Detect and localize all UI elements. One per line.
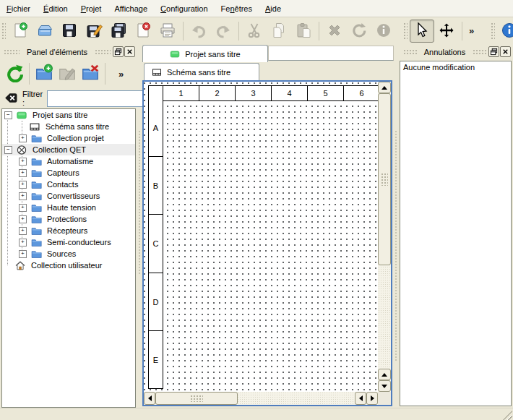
tab-schema[interactable]: Schéma sans titre	[144, 63, 259, 80]
menu-edition[interactable]: Édition	[37, 0, 74, 17]
thumb-grip	[190, 395, 203, 402]
resize-grip[interactable]	[503, 411, 512, 420]
tree-item-collection-projet[interactable]: +Collection projet	[2, 132, 135, 144]
vertical-scrollbar[interactable]	[378, 82, 391, 392]
folder-icon	[30, 214, 42, 225]
expand-expander-icon[interactable]: +	[19, 134, 27, 142]
info-blue-button[interactable]	[497, 20, 513, 43]
menu-projet[interactable]: Projet	[74, 0, 108, 17]
rotate-button[interactable]	[347, 20, 371, 43]
toolbar-separator	[183, 22, 184, 40]
tree-item-projet-sans-titre[interactable]: −Projet sans titre	[2, 109, 135, 121]
folder-icon	[30, 133, 42, 144]
delete-category-button[interactable]	[79, 62, 102, 85]
scroll-up-button[interactable]	[378, 82, 391, 93]
undo-button[interactable]	[186, 20, 211, 43]
tree-item-collection-qet[interactable]: −Collection QET	[2, 144, 135, 155]
edit-category-button[interactable]	[56, 62, 79, 85]
splitter-right[interactable]	[395, 130, 398, 361]
filter-input[interactable]	[47, 90, 155, 107]
copy-button[interactable]	[267, 20, 291, 43]
expand-expander-icon[interactable]: +	[19, 250, 27, 258]
folder-icon	[30, 168, 42, 179]
float-panel-button[interactable]	[488, 46, 499, 57]
new-document-button[interactable]	[8, 20, 33, 43]
expand-expander-icon[interactable]: +	[19, 169, 27, 177]
expand-expander-icon[interactable]: +	[19, 204, 27, 212]
tree-item-semi-conducteurs[interactable]: +Semi-conducteurs	[2, 236, 135, 248]
tree-item-recepteurs[interactable]: +Récepteurs	[2, 225, 135, 236]
tree-item-automatisme[interactable]: +Automatisme	[2, 155, 135, 167]
open-project-button[interactable]	[33, 20, 57, 43]
undo-icon	[190, 22, 207, 40]
delete-button[interactable]	[322, 20, 347, 43]
tree-item-schema-sans-titre[interactable]: Schéma sans titre	[2, 121, 135, 132]
tree-item-label: Collection utilisateur	[30, 261, 103, 270]
scroll-down-button[interactable]	[378, 380, 391, 392]
scroll-left-button-2[interactable]	[355, 392, 366, 405]
scroll-up-button-2[interactable]	[378, 369, 391, 380]
toolbar-overflow-button[interactable]: »	[118, 69, 124, 80]
expand-expander-icon[interactable]: +	[19, 227, 27, 235]
tree-item-capteurs[interactable]: +Capteurs	[2, 167, 135, 179]
horizontal-scrollbar-thumb[interactable]	[155, 392, 238, 405]
collapse-expander-icon[interactable]: −	[4, 146, 12, 154]
undo-panel-header[interactable]: Annulations	[400, 44, 513, 59]
toolbar-separator	[238, 22, 239, 40]
toolbar-drag-handle[interactable]	[403, 22, 408, 40]
triangle-left-icon	[359, 395, 363, 401]
vertical-scrollbar-track[interactable]	[378, 265, 391, 369]
element-info-button[interactable]	[371, 20, 396, 43]
tab-project[interactable]: Projet sans titre	[142, 45, 268, 62]
print-button[interactable]	[155, 20, 180, 43]
menu-bar: FichierÉditionProjetAffichageConfigurati…	[0, 0, 513, 17]
select-arrow-button[interactable]	[410, 20, 434, 43]
redo-button[interactable]	[211, 20, 236, 43]
expand-expander-icon[interactable]: +	[19, 215, 27, 223]
expand-expander-icon[interactable]: +	[19, 181, 27, 189]
schema-icon	[29, 121, 40, 132]
clear-filter-button[interactable]	[4, 91, 18, 106]
reload-collections-button[interactable]	[3, 62, 26, 85]
menu-aide[interactable]: Aide	[259, 0, 288, 17]
scroll-right-button[interactable]	[366, 392, 378, 405]
tree-item-sources[interactable]: +Sources	[2, 248, 135, 260]
float-panel-button[interactable]	[113, 46, 124, 57]
scroll-left-button[interactable]	[144, 392, 155, 405]
tree-spacer	[4, 262, 11, 269]
expand-expander-icon[interactable]: +	[19, 239, 27, 247]
save-as-button[interactable]	[82, 20, 106, 43]
elements-panel-header[interactable]: Panel d'éléments	[0, 44, 137, 59]
undo-history-item[interactable]: Aucune modification	[400, 61, 511, 73]
close-document-button[interactable]	[131, 20, 155, 43]
new-category-button[interactable]	[33, 62, 56, 85]
menu-affichage[interactable]: Affichage	[108, 0, 154, 17]
menu-fichier[interactable]: Fichier	[0, 0, 37, 17]
horizontal-scrollbar[interactable]	[144, 392, 378, 405]
toolbar-overflow-button[interactable]: »	[465, 25, 478, 36]
tree-item-contacts[interactable]: +Contacts	[2, 179, 135, 190]
close-panel-button[interactable]	[500, 46, 511, 57]
menu-fenetres[interactable]: Fenêtres	[215, 0, 259, 17]
toolbar-drag-handle[interactable]	[1, 22, 6, 40]
tree-item-collection-utilisateur[interactable]: Collection utilisateur	[2, 260, 135, 271]
menu-configuration[interactable]: Configuration	[154, 0, 214, 17]
expand-expander-icon[interactable]: +	[19, 192, 27, 200]
move-tool-button[interactable]	[434, 20, 459, 43]
cut-button[interactable]	[242, 20, 267, 43]
tree-item-convertisseurs[interactable]: +Convertisseurs	[2, 190, 135, 202]
horizontal-scrollbar-track[interactable]	[238, 392, 355, 405]
schema-canvas[interactable]: 123456 ABCDE	[144, 82, 378, 392]
save-all-button[interactable]	[106, 20, 131, 43]
paste-button[interactable]	[291, 20, 316, 43]
tree-item-haute-tension[interactable]: +Haute tension	[2, 202, 135, 213]
expand-expander-icon[interactable]: +	[19, 158, 27, 166]
toolbar-drag-handle[interactable]	[491, 22, 495, 40]
tree-item-protections[interactable]: +Protections	[2, 213, 135, 225]
save-all-icon	[110, 22, 127, 40]
splitter-left[interactable]	[138, 130, 142, 275]
save-button[interactable]	[57, 20, 82, 43]
close-panel-button[interactable]	[124, 46, 135, 57]
collapse-expander-icon[interactable]: −	[4, 111, 12, 119]
vertical-scrollbar-thumb[interactable]	[378, 93, 391, 265]
